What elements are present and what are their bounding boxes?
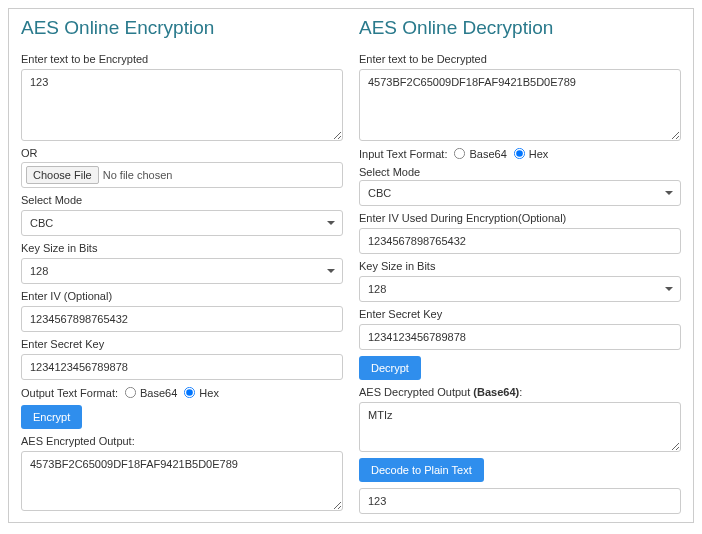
enc-base64-label: Base64 <box>140 387 177 399</box>
dec-input-textarea[interactable]: 4573BF2C65009DF18FAF9421B5D0E789 <box>359 69 681 141</box>
dec-keysize-select[interactable]: 128 <box>359 276 681 302</box>
encrypt-button[interactable]: Encrypt <box>21 405 82 429</box>
dec-secret-input[interactable] <box>359 324 681 350</box>
encryption-panel: AES Online Encryption Enter text to be E… <box>21 17 343 514</box>
enc-iv-label: Enter IV (Optional) <box>21 290 343 302</box>
choose-file-button[interactable]: Choose File <box>26 166 99 184</box>
dec-keysize-label: Key Size in Bits <box>359 260 681 272</box>
enc-output-label: AES Encrypted Output: <box>21 435 343 447</box>
dec-base64-radio[interactable] <box>454 148 465 159</box>
dec-output-label-suffix: : <box>519 386 522 398</box>
enc-iv-input[interactable] <box>21 306 343 332</box>
main-container: AES Online Encryption Enter text to be E… <box>8 8 694 523</box>
enc-output-format-row: Output Text Format: Base64 Hex <box>21 386 343 399</box>
enc-secret-input[interactable] <box>21 354 343 380</box>
dec-mode-select[interactable]: CBC <box>359 180 681 206</box>
enc-keysize-label: Key Size in Bits <box>21 242 343 254</box>
dec-hex-radio[interactable] <box>514 148 525 159</box>
enc-mode-label: Select Mode <box>21 194 343 206</box>
dec-secret-label: Enter Secret Key <box>359 308 681 320</box>
decryption-panel: AES Online Decryption Enter text to be D… <box>359 17 681 514</box>
file-input[interactable]: Choose File No file chosen <box>21 162 343 188</box>
decode-button[interactable]: Decode to Plain Text <box>359 458 484 482</box>
enc-secret-label: Enter Secret Key <box>21 338 343 350</box>
enc-input-label: Enter text to be Encrypted <box>21 53 343 65</box>
dec-input-format-row: Input Text Format: Base64 Hex <box>359 147 681 160</box>
dec-output-label-bold: (Base64) <box>473 386 519 398</box>
decryption-title: AES Online Decryption <box>359 17 681 39</box>
enc-output-format-label: Output Text Format: <box>21 387 118 399</box>
encryption-title: AES Online Encryption <box>21 17 343 39</box>
no-file-text: No file chosen <box>103 169 173 181</box>
enc-output-textarea[interactable]: 4573BF2C65009DF18FAF9421B5D0E789 <box>21 451 343 511</box>
dec-plain-output[interactable] <box>359 488 681 514</box>
dec-output-textarea[interactable]: MTIz <box>359 402 681 452</box>
dec-iv-input[interactable] <box>359 228 681 254</box>
dec-mode-label: Select Mode <box>359 166 681 178</box>
dec-base64-label: Base64 <box>469 148 506 160</box>
decrypt-button[interactable]: Decrypt <box>359 356 421 380</box>
enc-keysize-select[interactable]: 128 <box>21 258 343 284</box>
or-label: OR <box>21 147 343 159</box>
enc-base64-radio[interactable] <box>125 387 136 398</box>
dec-hex-label: Hex <box>529 148 549 160</box>
dec-output-label-prefix: AES Decrypted Output <box>359 386 473 398</box>
dec-output-label: AES Decrypted Output (Base64): <box>359 386 681 398</box>
enc-mode-select[interactable]: CBC <box>21 210 343 236</box>
enc-input-textarea[interactable]: 123 <box>21 69 343 141</box>
dec-iv-label: Enter IV Used During Encryption(Optional… <box>359 212 681 224</box>
enc-hex-label: Hex <box>199 387 219 399</box>
dec-input-label: Enter text to be Decrypted <box>359 53 681 65</box>
enc-hex-radio[interactable] <box>184 387 195 398</box>
dec-input-format-label: Input Text Format: <box>359 148 447 160</box>
